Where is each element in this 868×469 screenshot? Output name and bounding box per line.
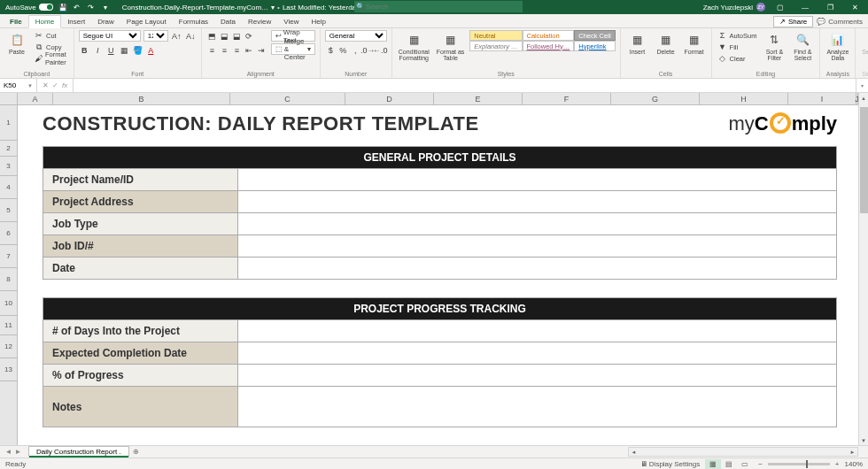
zoom-in-icon[interactable]: + [835, 460, 840, 468]
view-page-layout-icon[interactable]: ▤ [721, 459, 737, 469]
scroll-up-icon[interactable]: ▲ [859, 93, 868, 103]
clear-button[interactable]: ◇Clear [717, 53, 759, 64]
sensitivity-button[interactable]: 🛡Sensitivity [860, 30, 868, 57]
format-as-table-button[interactable]: ▦Format as Table [435, 30, 467, 64]
row-header[interactable]: 3 [0, 157, 17, 176]
number-format-select[interactable]: General [325, 30, 387, 42]
scroll-right-icon[interactable]: ► [848, 450, 857, 455]
font-name-select[interactable]: Segoe UI [79, 30, 141, 42]
align-bottom-icon[interactable]: ⬓ [231, 30, 243, 42]
tab-view[interactable]: View [277, 16, 305, 27]
font-size-select[interactable]: 12 [143, 30, 168, 42]
toggle-switch-icon[interactable] [39, 4, 53, 11]
align-left-icon[interactable]: ≡ [206, 44, 218, 56]
align-center-icon[interactable]: ≡ [219, 44, 230, 56]
scroll-thumb[interactable] [860, 107, 868, 213]
column-header[interactable]: E [434, 93, 523, 104]
share-button[interactable]: ↗Share [773, 16, 813, 27]
decrease-font-icon[interactable]: A↓ [185, 30, 197, 42]
format-painter-button[interactable]: 🖌Format Painter [33, 53, 69, 64]
redo-icon[interactable]: ↷ [87, 3, 96, 12]
column-header[interactable]: C [230, 93, 345, 104]
align-right-icon[interactable]: ≡ [231, 44, 243, 56]
column-header[interactable]: A [18, 93, 53, 104]
comments-button[interactable]: 💬Comments [817, 18, 863, 26]
column-header[interactable]: F [523, 93, 611, 104]
analyze-data-button[interactable]: 📊Analyze Data [825, 30, 850, 64]
cell-styles-gallery[interactable]: Neutral Calculation Check Cell Explanato… [469, 30, 615, 51]
delete-cells-button[interactable]: ▦Delete [654, 30, 678, 57]
comma-icon[interactable]: , [350, 44, 361, 56]
field-value[interactable] [238, 191, 837, 213]
cut-button[interactable]: ✂Cut [33, 30, 69, 41]
sort-filter-button[interactable]: ⇅Sort & Filter [762, 30, 787, 64]
grid-area[interactable]: CONSTRUCTION: DAILY REPORT TEMPLATE myCm… [18, 105, 858, 445]
account-button[interactable]: Zach Yuzdepski ZY [703, 3, 765, 12]
undo-icon[interactable]: ↶ [73, 3, 81, 12]
field-value[interactable] [238, 169, 837, 191]
column-header[interactable]: B [53, 93, 230, 104]
increase-font-icon[interactable]: A↑ [171, 30, 182, 42]
autosave-toggle[interactable]: AutoSave [5, 4, 53, 12]
italic-icon[interactable]: I [92, 44, 104, 56]
tab-nav-prev-icon[interactable]: ◄ [5, 448, 12, 456]
enter-fx-icon[interactable]: ✓ [52, 81, 58, 89]
style-hyperlink[interactable]: Hyperlink [574, 41, 615, 51]
style-check-cell[interactable]: Check Cell [574, 30, 615, 41]
formula-bar-expand-icon[interactable]: ▾ [856, 79, 868, 92]
field-value[interactable] [238, 387, 837, 427]
align-top-icon[interactable]: ⬒ [206, 30, 218, 42]
insert-cells-button[interactable]: ▦Insert [625, 30, 650, 57]
new-sheet-icon[interactable]: ⊕ [133, 448, 139, 456]
row-header[interactable]: 6 [0, 222, 17, 245]
conditional-formatting-button[interactable]: ▦Conditional Formatting [397, 30, 431, 64]
border-icon[interactable]: ▦ [119, 44, 130, 56]
row-header[interactable]: 10 [0, 291, 17, 316]
row-header[interactable]: 7 [0, 245, 17, 268]
scroll-left-icon[interactable]: ◄ [629, 450, 639, 455]
percent-icon[interactable]: % [337, 44, 349, 56]
row-header[interactable]: 4 [0, 176, 17, 199]
chevron-down-icon[interactable]: ▼ [27, 83, 33, 88]
zoom-out-icon[interactable]: − [758, 460, 763, 468]
scroll-down-icon[interactable]: ▼ [859, 435, 868, 445]
tab-help[interactable]: Help [305, 16, 331, 27]
field-value[interactable] [238, 320, 837, 342]
align-middle-icon[interactable]: ⬓ [219, 30, 230, 42]
style-explanatory[interactable]: Explanatory … [469, 41, 522, 51]
currency-icon[interactable]: $ [325, 44, 337, 56]
view-page-break-icon[interactable]: ▭ [737, 459, 753, 469]
view-normal-icon[interactable]: ▦ [705, 459, 721, 469]
horizontal-scrollbar[interactable]: ◄► [628, 447, 858, 457]
ribbon-display-icon[interactable]: ▢ [771, 0, 790, 14]
column-header[interactable]: G [611, 93, 700, 104]
underline-icon[interactable]: U [105, 44, 117, 56]
zoom-slider[interactable] [768, 463, 830, 465]
column-headers[interactable]: ABCDEFGHIJ [18, 93, 858, 105]
indent-inc-icon[interactable]: ⇥ [256, 44, 267, 56]
zoom-level[interactable]: 140% [845, 460, 863, 468]
tab-page-layout[interactable]: Page Layout [120, 16, 173, 27]
row-header[interactable]: 5 [0, 199, 17, 222]
row-header[interactable]: 13 [0, 358, 17, 381]
merge-center-button[interactable]: ⬚Merge & Center▾ [271, 43, 315, 55]
style-followed-hyperlink[interactable]: Followed Hy… [523, 41, 575, 51]
search-box[interactable]: 🔍 [354, 1, 523, 12]
tab-draw[interactable]: Draw [91, 16, 120, 27]
field-value[interactable] [238, 213, 837, 235]
row-header[interactable]: 1 [0, 105, 17, 141]
column-header[interactable]: D [345, 93, 434, 104]
format-cells-button[interactable]: ▦Format [682, 30, 707, 57]
field-value[interactable] [238, 365, 837, 387]
save-icon[interactable]: 💾 [58, 3, 67, 12]
column-header[interactable]: I [788, 93, 856, 104]
bold-icon[interactable]: B [79, 44, 90, 56]
qat-customize-icon[interactable]: ▾ [101, 3, 110, 12]
tab-home[interactable]: Home [28, 15, 61, 28]
row-header[interactable]: 12 [0, 335, 17, 358]
display-settings-button[interactable]: 🖥 Display Settings [640, 460, 701, 468]
orientation-icon[interactable]: ⟳ [244, 30, 255, 42]
sheet-tab-active[interactable]: Daily Construction Report . [28, 446, 129, 457]
field-value[interactable] [238, 258, 837, 280]
decrease-decimal-icon[interactable]: ←.0 [375, 44, 386, 56]
